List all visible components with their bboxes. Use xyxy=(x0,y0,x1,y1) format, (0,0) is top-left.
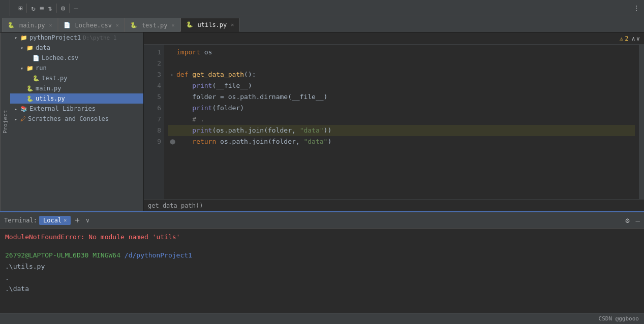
nav-up-icon[interactable]: ∧ xyxy=(632,35,635,42)
terminal-tab-label: Local xyxy=(43,217,62,224)
string-data2: "data" xyxy=(303,136,327,147)
warning-badge[interactable]: ⚠ 2 xyxy=(620,35,628,42)
split-icon[interactable]: ⇅ xyxy=(48,4,52,12)
py-file-icon3: 🐍 xyxy=(186,21,193,28)
main-py-label: main.py xyxy=(36,85,62,92)
warning-icon: ⚠ xyxy=(620,35,623,42)
code-indent xyxy=(176,80,192,91)
code-editor[interactable]: 1 2 3 4 5 6 7 8 9 import os xyxy=(144,45,644,199)
tab-close-utils[interactable]: ✕ xyxy=(231,22,234,27)
code-content[interactable]: import os ▸ def get_data_path (): xyxy=(164,45,639,199)
sidebar-item-scratches[interactable]: 🖊 Scratches and Consoles xyxy=(10,114,143,124)
code-text: (folder) xyxy=(212,103,244,114)
folder-icon-run: 📁 xyxy=(26,65,34,72)
gear-icon[interactable]: ⚙ xyxy=(61,4,65,12)
nav-down-icon[interactable]: ∨ xyxy=(636,35,640,42)
arrow-run xyxy=(20,66,26,71)
grid-icon[interactable]: ⊞ xyxy=(18,4,22,12)
separator3 xyxy=(69,4,70,13)
gutter-1 xyxy=(168,47,176,58)
code-text xyxy=(188,69,192,80)
data-folder-label: data xyxy=(36,44,50,51)
terminal-output2: .\data xyxy=(5,283,639,295)
gutter-6 xyxy=(168,103,176,114)
minimize-icon[interactable]: — xyxy=(74,4,78,12)
scratch-icon: 🖊 xyxy=(20,116,26,122)
terminal: Terminal: Local ✕ + ∨ ⚙ — ModuleNotFound… xyxy=(0,211,644,313)
line-numbers: 1 2 3 4 5 6 7 8 9 xyxy=(144,45,164,199)
tab-test-py[interactable]: 🐍 test.py ✕ xyxy=(125,18,180,32)
tab-close-test[interactable]: ✕ xyxy=(171,22,174,28)
terminal-prompt-line: 26792@LAPTOP-ULML6D30 MINGW64 /d/pythonP… xyxy=(5,250,639,261)
string-data: "data" xyxy=(300,125,324,136)
tab-label: Lochee.csv xyxy=(75,22,112,29)
separator xyxy=(26,4,27,13)
sidebar-item-run[interactable]: 📁 run xyxy=(10,63,143,73)
project-sidebar-label xyxy=(0,0,10,16)
status-credit: CSDN @ggbooo xyxy=(599,315,639,322)
terminal-tab-local[interactable]: Local ✕ xyxy=(39,216,71,225)
refresh-icon[interactable]: ↻ xyxy=(31,4,35,12)
code-area: ⚠ 2 ∧ ∨ 1 2 3 4 5 6 7 8 xyxy=(144,33,644,211)
test-py-label: test.py xyxy=(42,75,68,82)
comment-text: # . xyxy=(176,114,204,125)
sidebar-item-utils-py[interactable]: 🐍 utils.py xyxy=(10,93,143,104)
code-line-3: ▸ def get_data_path (): xyxy=(168,69,635,80)
sidebar-item-external-libs[interactable]: 📚 External Libraries xyxy=(10,104,143,114)
tab-close-main[interactable]: ✕ xyxy=(49,22,52,28)
terminal-content[interactable]: ModuleNotFoundError: No module named 'ut… xyxy=(0,229,644,313)
scratches-label: Scratches and Consoles xyxy=(28,115,109,122)
tab-main-py[interactable]: 🐍 main.py ✕ xyxy=(2,18,58,32)
tab-bar: 🐍 main.py ✕ 📄 Lochee.csv ✕ 🐍 test.py ✕ 🐍… xyxy=(0,16,644,33)
tab-utils-py[interactable]: 🐍 utils.py ✕ xyxy=(180,18,240,32)
code-line-2 xyxy=(168,58,635,69)
tab-lochee-csv[interactable]: 📄 Lochee.csv ✕ xyxy=(58,18,125,32)
folder-icon-project: 📁 xyxy=(20,35,27,41)
code-text: os.path.join(folder, xyxy=(216,136,303,147)
prompt-shell: MINGW64 xyxy=(93,251,120,259)
keyword-def: def xyxy=(176,69,188,80)
list-icon[interactable]: ≡ xyxy=(40,4,44,12)
terminal-cmd1: .\utils.py xyxy=(5,261,639,272)
sidebar-item-project-root[interactable]: 📁 pythonProject1 D:\pythe 1 xyxy=(10,33,143,43)
code-line-6: print (folder) xyxy=(168,103,635,114)
output2-text: .\data xyxy=(5,285,29,293)
tab-label: test.py xyxy=(142,22,168,29)
code-topbar: ⚠ 2 ∧ ∨ xyxy=(144,33,644,45)
keyword-import: import xyxy=(176,47,200,58)
tab-close-lochee[interactable]: ✕ xyxy=(116,22,119,28)
py-file-icon2: 🐍 xyxy=(130,22,137,28)
terminal-tab-close[interactable]: ✕ xyxy=(64,217,67,223)
prompt-user: 26792@LAPTOP-ULML6D30 xyxy=(5,251,88,259)
terminal-minimize-icon[interactable]: — xyxy=(636,216,640,224)
project-label-text: Project xyxy=(2,110,9,134)
run-folder-label: run xyxy=(36,64,47,72)
scrollbar[interactable] xyxy=(639,45,644,199)
code-text: (__file__) xyxy=(212,80,252,91)
gutter-4 xyxy=(168,80,176,91)
terminal-label: Terminal: xyxy=(4,217,37,224)
utils-py-label: utils.py xyxy=(36,95,65,102)
sidebar-item-main-py[interactable]: 🐍 main.py xyxy=(10,83,143,93)
code-line-4: print (__file__) xyxy=(168,80,635,91)
cmd1-text: .\utils.py xyxy=(5,263,45,270)
sidebar-item-lochee[interactable]: 📄 Lochee.csv xyxy=(10,53,143,63)
separator2 xyxy=(56,4,57,13)
code-line-7: # . xyxy=(168,114,635,125)
terminal-dropdown-arrow[interactable]: ∨ xyxy=(84,217,91,224)
sidebar-item-data[interactable]: 📁 data xyxy=(10,43,143,53)
sidebar-item-test-py[interactable]: 🐍 test.py xyxy=(10,73,143,83)
code-indent xyxy=(176,136,192,147)
terminal-error-line: ModuleNotFoundError: No module named 'ut… xyxy=(5,232,639,243)
code-indent xyxy=(176,125,192,136)
error-text: ModuleNotFoundError: No module named 'ut… xyxy=(5,233,180,241)
more-icon[interactable]: ⋮ xyxy=(633,4,640,12)
gutter-3: ▸ xyxy=(168,69,176,80)
arrow-external-libs xyxy=(14,106,20,112)
sidebar: 📁 pythonProject1 D:\pythe 1 📁 data 📄 Loc… xyxy=(10,33,144,211)
terminal-gear-icon[interactable]: ⚙ xyxy=(625,216,629,224)
terminal-add-button[interactable]: + xyxy=(73,215,82,225)
py-icon-utils: 🐍 xyxy=(26,95,34,102)
lochee-label: Lochee.csv xyxy=(42,54,78,61)
csv-file-icon: 📄 xyxy=(64,22,71,28)
